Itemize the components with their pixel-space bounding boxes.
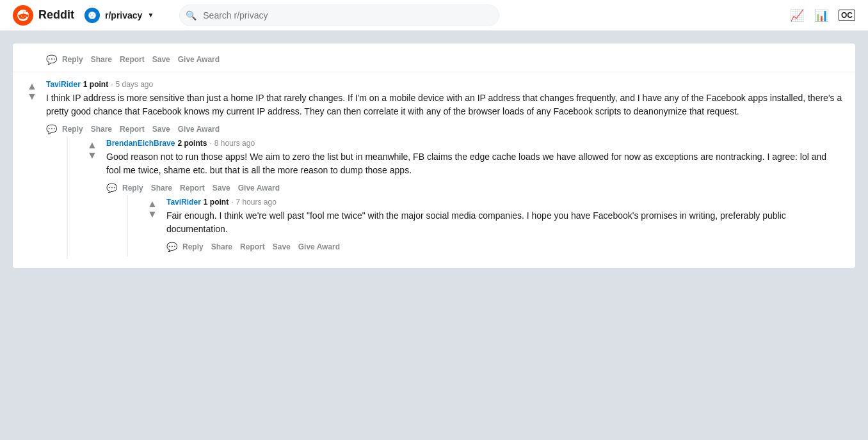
search-bar[interactable]: 🔍 bbox=[179, 4, 499, 26]
vote-column-1: ▲ ▼ bbox=[23, 80, 41, 259]
comment-score-3: 1 point bbox=[204, 198, 229, 207]
header-actions: 📈 📊 OC bbox=[790, 8, 855, 22]
comment-meta-3: TaviRider 1 point · 7 hours ago bbox=[166, 198, 824, 207]
downvote-arrow-2[interactable]: ▼ bbox=[87, 150, 97, 161]
comment-score-1: 1 point bbox=[83, 80, 108, 89]
comment-dot-2: · bbox=[209, 139, 211, 148]
comment-time-1: 5 days ago bbox=[115, 80, 153, 89]
save-button-2[interactable]: Save bbox=[210, 181, 233, 195]
give-award-button-top[interactable]: Give Award bbox=[175, 52, 222, 67]
vote-column-3: ▲ ▼ bbox=[143, 198, 161, 254]
subreddit-name: r/privacy bbox=[105, 10, 142, 20]
report-button-3[interactable]: Report bbox=[237, 240, 268, 254]
save-button-3[interactable]: Save bbox=[270, 240, 293, 254]
comment-body-2: BrendanEichBrave 2 points · 8 hours ago … bbox=[106, 139, 835, 256]
header: Reddit r/privacy ▼ 🔍 📈 📊 OC bbox=[0, 0, 868, 31]
report-button-1[interactable]: Report bbox=[117, 122, 147, 136]
upvote-arrow-3[interactable]: ▲ bbox=[147, 199, 157, 209]
top-action-bar: 💬 Reply Share Report Save Give Award bbox=[13, 50, 855, 72]
chevron-down-icon: ▼ bbox=[147, 12, 154, 19]
give-award-button-3[interactable]: Give Award bbox=[296, 240, 342, 254]
share-button-top[interactable]: Share bbox=[88, 52, 115, 67]
report-button-top[interactable]: Report bbox=[117, 52, 147, 67]
trending-icon[interactable]: 📈 bbox=[790, 8, 804, 22]
reply-icon-1: 💬 bbox=[46, 124, 57, 134]
comment-tavir1: ▲ ▼ TaviRider 1 point · 5 days ago I thi… bbox=[13, 77, 855, 262]
report-button-2[interactable]: Report bbox=[177, 181, 207, 195]
reddit-wordmark: Reddit bbox=[38, 8, 74, 22]
give-award-button-1[interactable]: Give Award bbox=[175, 122, 222, 136]
nested-comment-brendan: ▲ ▼ BrendanEichBrave 2 points · 8 hours … bbox=[67, 136, 845, 259]
reply-icon-2: 💬 bbox=[106, 183, 117, 193]
comment-brendan: ▲ ▼ BrendanEichBrave 2 points · 8 hours … bbox=[73, 136, 845, 259]
comment-time-3: 7 hours ago bbox=[236, 198, 276, 207]
subreddit-icon bbox=[84, 8, 100, 23]
reddit-logo[interactable]: Reddit bbox=[13, 5, 74, 26]
comment-text-3: Fair enough. I think we're well past "fo… bbox=[166, 209, 824, 236]
reddit-icon bbox=[13, 5, 33, 26]
comment-actions-2: 💬 Reply Share Report Save Give Award bbox=[106, 181, 835, 195]
comment-tavir2: ▲ ▼ TaviRider 1 point · 7 hours a bbox=[133, 195, 835, 256]
reply-button-1[interactable]: Reply bbox=[60, 122, 86, 136]
reply-button-2[interactable]: Reply bbox=[120, 181, 146, 195]
reply-button-top[interactable]: Reply bbox=[60, 52, 86, 67]
comment-body-1: TaviRider 1 point · 5 days ago I think I… bbox=[46, 80, 845, 259]
search-icon: 🔍 bbox=[186, 10, 197, 20]
give-award-button-2[interactable]: Give Award bbox=[236, 181, 282, 195]
page-wrapper: 💬 Reply Share Report Save Give Award ▲ ▼… bbox=[0, 31, 868, 281]
comment-actions-3: 💬 Reply Share Report Save Give Award bbox=[166, 240, 824, 254]
upvote-arrow-1[interactable]: ▲ bbox=[27, 81, 37, 91]
comment-dot-1: · bbox=[111, 80, 113, 89]
share-button-3[interactable]: Share bbox=[209, 240, 235, 254]
reply-icon-3: 💬 bbox=[166, 242, 177, 252]
subreddit-nav[interactable]: r/privacy ▼ bbox=[84, 8, 154, 23]
save-button-1[interactable]: Save bbox=[150, 122, 173, 136]
comment-dot-3: · bbox=[231, 198, 233, 207]
comment-actions-1: 💬 Reply Share Report Save Give Award bbox=[46, 122, 845, 136]
upvote-arrow-2[interactable]: ▲ bbox=[87, 140, 97, 150]
comment-body-3: TaviRider 1 point · 7 hours ago Fair eno… bbox=[166, 198, 824, 254]
comment-meta-2: BrendanEichBrave 2 points · 8 hours ago bbox=[106, 139, 835, 148]
share-button-2[interactable]: Share bbox=[149, 181, 175, 195]
share-button-1[interactable]: Share bbox=[88, 122, 115, 136]
comment-time-2: 8 hours ago bbox=[214, 139, 255, 148]
comment-author-2[interactable]: BrendanEichBrave bbox=[106, 139, 175, 148]
comment-meta-1: TaviRider 1 point · 5 days ago bbox=[46, 80, 845, 89]
reply-icon-top: 💬 bbox=[46, 54, 57, 65]
search-input[interactable] bbox=[179, 4, 499, 26]
comment-text-2: Good reason not to run those apps! We ai… bbox=[106, 150, 835, 177]
comments-area: 💬 Reply Share Report Save Give Award ▲ ▼… bbox=[13, 43, 855, 268]
nested-comment-tavir2: ▲ ▼ TaviRider 1 point · 7 hours a bbox=[127, 195, 835, 256]
comment-text-1: I think IP address is more sensitive tha… bbox=[46, 91, 845, 118]
leaderboard-icon[interactable]: 📊 bbox=[814, 8, 828, 22]
downvote-arrow-3[interactable]: ▼ bbox=[147, 209, 157, 219]
comment-author-3[interactable]: TaviRider bbox=[166, 198, 201, 207]
comment-author-1[interactable]: TaviRider bbox=[46, 80, 81, 89]
comment-score-2: 2 points bbox=[177, 139, 207, 148]
oc-icon[interactable]: OC bbox=[839, 10, 855, 21]
reply-button-3[interactable]: Reply bbox=[180, 240, 206, 254]
save-button-top[interactable]: Save bbox=[150, 52, 173, 67]
vote-column-2: ▲ ▼ bbox=[83, 139, 101, 256]
downvote-arrow-1[interactable]: ▼ bbox=[27, 91, 37, 102]
